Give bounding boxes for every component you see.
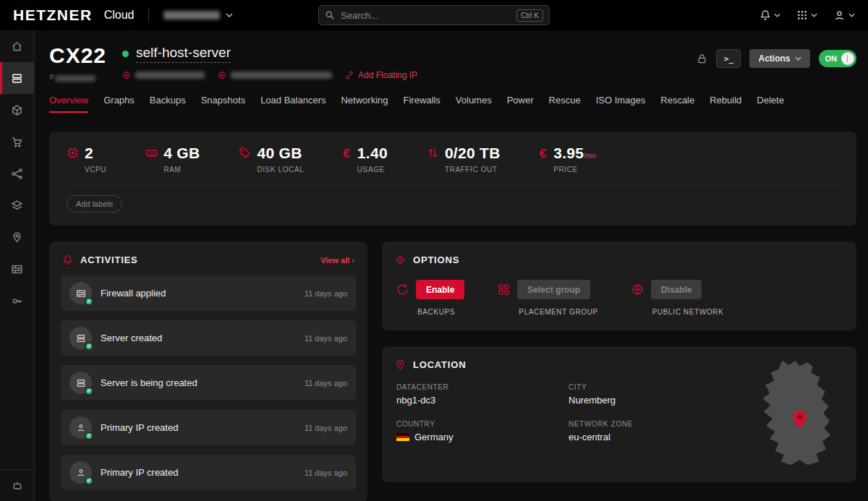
select-group-button[interactable]: Select group: [517, 280, 590, 299]
globe-icon: [218, 71, 226, 80]
tab-volumes[interactable]: Volumes: [456, 95, 492, 113]
stat-value: 2: [85, 145, 93, 161]
location-field-datacenter: DATACENTER nbg1-dc3: [396, 383, 569, 406]
stat-suffix: /mo: [584, 152, 596, 160]
view-all-link[interactable]: View all ›: [320, 256, 354, 265]
account-button[interactable]: [833, 9, 855, 22]
option-label: BACKUPS: [396, 308, 464, 316]
success-check-icon: ✓: [85, 432, 93, 440]
activity-label: Server created: [101, 333, 162, 343]
sidebar-item-firewalls[interactable]: [0, 253, 34, 285]
tab-power[interactable]: Power: [507, 95, 534, 113]
globe-icon: [631, 283, 644, 296]
sidebar-item-floating-ips[interactable]: [0, 221, 34, 253]
activity-time: 11 days ago: [305, 334, 347, 343]
stat-ram: 4 GB RAM: [145, 145, 200, 174]
stat-vcpu: 2 VCPU: [67, 145, 106, 174]
success-check-icon: ✓: [85, 387, 93, 395]
lock-icon[interactable]: [697, 53, 707, 64]
globe-icon: [122, 71, 131, 80]
ram-icon: [145, 145, 158, 159]
activity-row: ✓ Server is being created 11 days ago: [61, 365, 356, 401]
sidebar-item-networks[interactable]: [0, 158, 34, 189]
tab-snapshots[interactable]: Snapshots: [201, 95, 245, 113]
sidebar-item-marketplace[interactable]: [0, 126, 34, 158]
user-icon: [833, 9, 846, 22]
divider: [148, 8, 149, 22]
sidebar-item-images[interactable]: [0, 94, 34, 126]
bell-icon: [62, 254, 73, 265]
activity-time: 11 days ago: [305, 468, 347, 477]
activity-label: Primary IP created: [101, 422, 178, 433]
success-check-icon: ✓: [85, 476, 93, 485]
activity-label: Firewall applied: [101, 288, 166, 299]
activity-avatar: ✓: [69, 282, 92, 304]
field-label: COUNTRY: [396, 420, 569, 428]
stat-label: RAM: [163, 166, 200, 174]
tab-graphs[interactable]: Graphs: [103, 95, 135, 113]
options-target-icon: [395, 254, 406, 265]
notifications-button[interactable]: [760, 9, 780, 21]
history-icon: [396, 283, 409, 296]
success-check-icon: ✓: [85, 342, 93, 351]
actions-button[interactable]: Actions: [749, 49, 809, 68]
sidebar-item-load-balancers[interactable]: [0, 189, 34, 221]
map-pin-icon: [11, 231, 23, 244]
euro-icon: €: [343, 145, 349, 161]
stat-value: 0/20 TB: [445, 145, 501, 161]
power-toggle[interactable]: ON: [819, 50, 857, 67]
status-dot-running: [122, 51, 129, 57]
network-nodes-icon: [11, 168, 23, 180]
disable-public-network-button[interactable]: Disable: [651, 280, 702, 299]
activity-label: Server is being created: [101, 377, 197, 388]
tab-load-balancers[interactable]: Load Balancers: [260, 95, 326, 113]
field-value: nbg1-dc3: [396, 395, 569, 406]
stat-price: € 3.95/mo PRICE: [540, 145, 596, 174]
sidebar-item-security[interactable]: [0, 285, 34, 317]
search-icon: [325, 10, 335, 20]
stat-label: VCPU: [85, 166, 106, 174]
add-floating-ip-link[interactable]: Add Floating IP: [345, 70, 417, 80]
server-type: CX22: [49, 43, 106, 68]
chevron-down-icon: [848, 13, 855, 17]
tab-iso-images[interactable]: ISO Images: [596, 95, 646, 113]
sidebar-item-support[interactable]: [0, 469, 34, 501]
field-value: Germany: [414, 432, 453, 442]
sidebar-item-home[interactable]: [0, 30, 34, 62]
success-check-icon: ✓: [85, 297, 93, 306]
tab-rescale[interactable]: Rescale: [660, 95, 694, 113]
sidebar-item-servers[interactable]: [0, 62, 34, 94]
location-title: LOCATION: [413, 359, 466, 370]
stat-label: TRAFFIC OUT: [445, 166, 501, 174]
stat-disk: 40 GB DISK LOCAL: [239, 145, 304, 174]
tab-networking[interactable]: Networking: [341, 95, 388, 113]
stat-label: PRICE: [553, 166, 596, 174]
option-public-network: Disable PUBLIC NETWORK: [631, 280, 723, 316]
add-labels-button[interactable]: Add labels: [67, 195, 122, 213]
console-button[interactable]: >_: [716, 49, 741, 68]
activity-row: ✓ Primary IP created 11 days ago: [61, 410, 356, 445]
project-selector[interactable]: [163, 11, 233, 20]
tab-firewalls[interactable]: Firewalls: [404, 95, 441, 113]
tab-rebuild[interactable]: Rebuild: [710, 95, 741, 113]
tab-rescue[interactable]: Rescue: [549, 95, 581, 113]
germany-map: [749, 358, 838, 468]
power-state-label: ON: [825, 54, 838, 63]
search-input[interactable]: [341, 10, 511, 21]
server-id: #: [49, 71, 106, 82]
activity-row: ✓ Primary IP created 11 days ago: [61, 455, 356, 490]
toggle-knob: [841, 52, 854, 65]
apps-button[interactable]: [796, 9, 817, 21]
server-name[interactable]: self-host-server: [136, 45, 231, 63]
search-bar[interactable]: Ctrl K: [318, 5, 550, 25]
primary-ipv4: [122, 71, 205, 80]
hetzner-logo: HETZNER: [13, 7, 93, 24]
key-icon: [11, 295, 23, 307]
activity-avatar: ✓: [69, 372, 92, 394]
tab-overview[interactable]: Overview: [49, 95, 88, 113]
tab-backups[interactable]: Backups: [150, 95, 186, 113]
primary-ipv6: [218, 71, 332, 80]
chevron-down-icon: [226, 13, 233, 17]
enable-backups-button[interactable]: Enable: [416, 280, 464, 299]
tab-delete[interactable]: Delete: [757, 95, 784, 113]
